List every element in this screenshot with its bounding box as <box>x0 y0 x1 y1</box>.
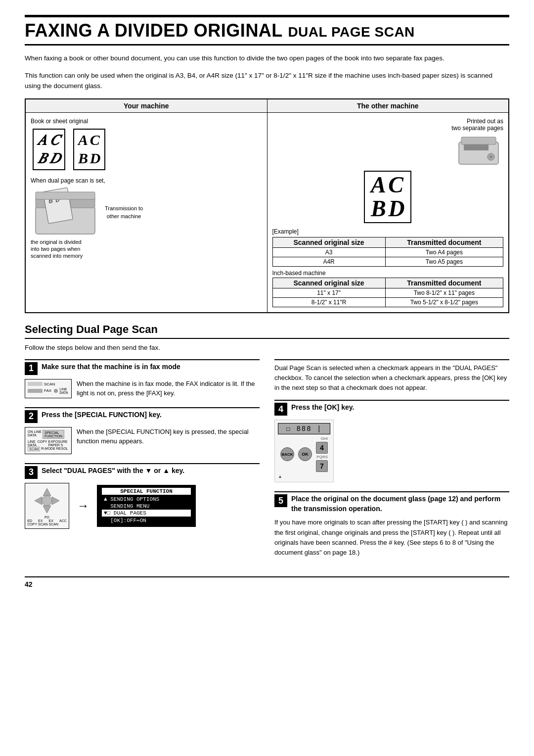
nav-cross-icon <box>32 486 62 516</box>
your-machine-cell: Book or sheet original 𝐴 𝐶 𝐵 𝐷 A C <box>25 112 267 313</box>
step-3-number: 3 <box>25 466 38 479</box>
step-1-panel: SCAN FAX LINEDATA <box>25 379 72 398</box>
svg-rect-7 <box>461 137 496 144</box>
sf-item-0: ▲ SENDING OPTIONS <box>102 496 191 503</box>
steps-left: 1 Make sure that the machine is in fax m… <box>25 359 260 567</box>
step-1-title: Make sure that the machine is in fax mod… <box>42 362 180 372</box>
right-desc: Dual Page Scan is selected when a checkm… <box>274 359 509 393</box>
ok-display: ☐ 888 | <box>278 423 330 434</box>
key-4[interactable]: 4 <box>316 442 328 454</box>
svg-point-15 <box>42 496 52 506</box>
inch-label: Inch-based machine <box>272 270 504 277</box>
step-2-text: When the [SPECIAL FUNCTION] key is press… <box>77 427 260 446</box>
scanner-illustration: B D <box>31 187 100 236</box>
ok-buttons-row: BACK OK GHI 4 PQRS 7 <box>280 436 328 472</box>
arrow-indicator: ▲ <box>278 474 330 479</box>
sf-display: SPECIAL FUNCTION ▲ SENDING OPTIONS SENDI… <box>97 485 196 527</box>
step-1-number: 1 <box>25 362 38 375</box>
book-letters-1: 𝐴 𝐶 𝐵 𝐷 <box>33 129 65 170</box>
step3-arrow-icon: → <box>74 499 92 513</box>
other-machine-cell: Printed out as two separate pages <box>267 112 509 313</box>
step-3-nav-panel: PO ED COPYEX SCANEX SCANACC <box>25 483 69 529</box>
step-5-title: Place the original on the document glass… <box>291 494 509 514</box>
example-label: [Example] <box>272 228 504 235</box>
your-machine-header: Your machine <box>25 99 267 113</box>
section-subtitle: Follow the steps below and then send the… <box>25 344 509 351</box>
step-3-title: Select "DUAL PAGES" with the ▼ or ▲ key. <box>42 466 184 476</box>
page-number: 42 <box>25 576 509 588</box>
step-5-text: If you have more originals to scan after… <box>274 518 509 558</box>
fax-machine-illustration <box>454 135 503 167</box>
intro-line1: When faxing a book or other bound docume… <box>25 53 509 64</box>
step-2-title: Press the [SPECIAL FUNCTION] key. <box>42 410 162 420</box>
intro-line2: This function can only be used when the … <box>25 71 509 92</box>
svg-rect-5 <box>36 192 95 199</box>
page-title: FAXING A DIVIDED ORIGINAL DUAL PAGE SCAN <box>25 15 509 46</box>
svg-marker-11 <box>43 488 51 496</box>
sf-title: SPECIAL FUNCTION <box>102 488 191 495</box>
step-4-number: 4 <box>274 403 287 416</box>
step-1-text: When the machine is in fax mode, the FAX… <box>77 379 260 398</box>
dividing-label: the original is divided into two pages w… <box>31 238 262 260</box>
step-2-panel: ON LINEDATA SPECIALFUNCTION LINEDATA COP… <box>25 427 72 454</box>
sf-item-dual-pages: ▼□ DUAL PAGES <box>102 510 191 517</box>
sf-item-ok: [OK]:OFF⇔ON <box>102 517 191 524</box>
sf-item-1: SENDING MENU <box>102 503 191 510</box>
example-table-1: Scanned original size Transmitted docume… <box>272 237 504 267</box>
book-letters-2: A C B D <box>73 129 105 170</box>
numpad-area: GHI 4 PQRS 7 <box>316 436 328 472</box>
ok-button[interactable]: OK <box>298 447 312 461</box>
step-4-title: Press the [OK] key. <box>291 403 354 413</box>
book-label: Book or sheet original <box>31 118 262 125</box>
other-machine-header: The other machine <box>267 99 509 113</box>
steps-layout: 1 Make sure that the machine is in fax m… <box>25 359 509 567</box>
svg-rect-8 <box>464 144 489 150</box>
svg-marker-13 <box>52 497 59 505</box>
section-title: Selecting Dual Page Scan <box>25 323 509 339</box>
ok-key-panel: ☐ 888 | BACK OK GHI 4 PQRS 7 ▲ <box>274 420 334 482</box>
svg-marker-14 <box>43 506 51 513</box>
step-4-block: 4 Press the [OK] key. ☐ 888 | BACK OK GH… <box>274 400 509 482</box>
svg-marker-12 <box>35 497 42 505</box>
step-4-content: ☐ 888 | BACK OK GHI 4 PQRS 7 ▲ <box>274 420 509 482</box>
key-7[interactable]: 7 <box>316 460 328 472</box>
step-2-number: 2 <box>25 410 38 423</box>
example-table-2: Scanned original size Transmitted docume… <box>272 278 504 307</box>
step-5-block: 5 Place the original on the document gla… <box>274 491 509 558</box>
scan-label: When dual page scan is set, <box>31 177 262 184</box>
steps-right: Dual Page Scan is selected when a checkm… <box>274 359 509 567</box>
step-1-block: 1 Make sure that the machine is in fax m… <box>25 359 260 398</box>
transmission-label: Transmission toother machine <box>105 205 143 220</box>
diagram-table: Your machine The other machine Book or s… <box>25 98 509 313</box>
back-button[interactable]: BACK <box>280 447 294 461</box>
svg-point-10 <box>490 155 492 158</box>
step-3-block: 3 Select "DUAL PAGES" with the ▼ or ▲ ke… <box>25 463 260 529</box>
step-2-block: 2 Press the [SPECIAL FUNCTION] key. ON L… <box>25 407 260 454</box>
step-5-number: 5 <box>274 494 287 507</box>
printed-label: Printed out as two separate pages <box>451 118 503 132</box>
